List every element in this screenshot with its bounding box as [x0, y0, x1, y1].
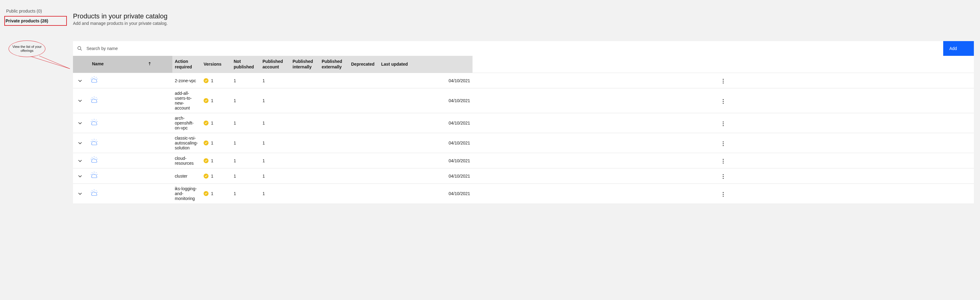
chevron-down-icon — [78, 80, 82, 82]
overflow-menu-icon[interactable] — [721, 97, 725, 105]
overflow-menu[interactable] — [473, 184, 974, 204]
search-wrap — [73, 41, 943, 56]
svg-line-23 — [97, 141, 97, 142]
overflow-menu[interactable] — [473, 133, 974, 153]
cloud-icon — [89, 156, 99, 165]
published-internally-cell — [319, 168, 348, 184]
deprecated-cell — [379, 73, 446, 88]
table-row: cloud-resources 11104/10/2021 — [73, 153, 974, 168]
sidebar-item-0[interactable]: Public products (0) — [6, 6, 67, 16]
search-icon — [77, 46, 82, 51]
overflow-menu[interactable] — [473, 153, 974, 168]
last-updated-cell: 04/10/2021 — [446, 113, 473, 133]
status-badge-icon — [204, 78, 208, 83]
product-name[interactable]: classic-vsi-autoscaling-solution — [172, 133, 201, 153]
deprecated-cell — [379, 88, 446, 113]
svg-line-31 — [96, 172, 97, 173]
deprecated-cell — [379, 133, 446, 153]
svg-line-16 — [96, 120, 97, 121]
published-internally-cell — [319, 88, 348, 113]
svg-line-13 — [97, 99, 97, 99]
col-published-account[interactable]: Published account — [260, 56, 290, 73]
product-name[interactable]: iks-logging-and-monitoring — [172, 184, 201, 204]
cloud-icon — [89, 75, 99, 85]
svg-line-25 — [92, 157, 92, 158]
col-not-published[interactable]: Not published — [231, 56, 260, 73]
published-internally-cell — [319, 153, 348, 168]
overflow-menu-icon[interactable] — [721, 190, 725, 198]
versions-cell: 1 — [231, 184, 260, 204]
published-externally-cell — [348, 184, 379, 204]
published-externally-cell — [348, 153, 379, 168]
cloud-icon — [89, 171, 99, 180]
overflow-menu[interactable] — [473, 88, 974, 113]
expand-toggle[interactable] — [73, 153, 87, 168]
published-account-cell — [290, 153, 319, 168]
svg-line-15 — [92, 120, 92, 121]
not-published-cell: 1 — [260, 168, 290, 184]
svg-line-26 — [96, 157, 97, 158]
col-published-externally[interactable]: Published externally — [319, 56, 348, 73]
col-overflow — [446, 56, 473, 73]
overflow-menu-icon[interactable] — [721, 157, 725, 165]
svg-line-36 — [96, 190, 97, 191]
svg-line-6 — [96, 77, 97, 78]
col-versions[interactable]: Versions — [201, 56, 231, 73]
deprecated-cell — [379, 113, 446, 133]
page-title: Products in your private catalog — [73, 12, 974, 20]
action-required-cell: 1 — [201, 153, 231, 168]
table-row: classic-vsi-autoscaling-solution 11104/1… — [73, 133, 974, 153]
overflow-menu[interactable] — [473, 73, 974, 88]
expand-toggle[interactable] — [73, 133, 87, 153]
table-row: iks-logging-and-monitoring 11104/10/2021 — [73, 184, 974, 204]
callout-annotation: View the list of your offerings — [9, 40, 76, 108]
product-name[interactable]: cluster — [172, 168, 201, 184]
svg-point-2 — [78, 46, 81, 50]
svg-line-7 — [91, 79, 92, 79]
svg-line-21 — [96, 140, 97, 140]
versions-cell: 1 — [231, 88, 260, 113]
status-badge-icon — [204, 140, 208, 145]
svg-line-37 — [91, 192, 92, 192]
expand-toggle[interactable] — [73, 113, 87, 133]
product-name[interactable]: cloud-resources — [172, 153, 201, 168]
published-externally-cell — [348, 168, 379, 184]
published-internally-cell — [319, 73, 348, 88]
col-deprecated[interactable]: Deprecated — [348, 56, 379, 73]
overflow-menu[interactable] — [473, 113, 974, 133]
published-externally-cell — [348, 73, 379, 88]
expand-toggle[interactable] — [73, 88, 87, 113]
chevron-down-icon — [78, 122, 82, 124]
overflow-menu-icon[interactable] — [721, 77, 725, 85]
search-input[interactable] — [86, 46, 939, 51]
published-externally-cell — [348, 88, 379, 113]
status-badge-icon — [204, 191, 208, 196]
expand-toggle[interactable] — [73, 168, 87, 184]
col-name[interactable]: Name — [87, 56, 172, 73]
status-badge-icon — [204, 121, 208, 126]
published-internally-cell — [319, 113, 348, 133]
last-updated-cell: 04/10/2021 — [446, 88, 473, 113]
overflow-menu[interactable] — [473, 168, 974, 184]
svg-line-12 — [91, 99, 92, 99]
versions-cell: 1 — [231, 73, 260, 88]
product-name[interactable]: arch-openshift-on-vpc — [172, 113, 201, 133]
overflow-menu-icon[interactable] — [721, 172, 725, 181]
sidebar-item-1[interactable]: Private products (28) — [4, 16, 67, 26]
col-last-updated[interactable]: Last updated — [379, 56, 446, 73]
action-required-cell: 1 — [201, 88, 231, 113]
overflow-menu-icon[interactable] — [721, 140, 725, 148]
overflow-menu-icon[interactable] — [721, 120, 725, 128]
col-action-required[interactable]: Action required — [172, 56, 201, 73]
product-name[interactable]: add-all-users-to-new-account — [172, 88, 201, 113]
product-icon-cell — [87, 73, 172, 88]
expand-toggle[interactable] — [73, 184, 87, 204]
main-content: Products in your private catalog Add and… — [67, 6, 980, 203]
col-published-internally[interactable]: Published internally — [290, 56, 319, 73]
expand-toggle[interactable] — [73, 73, 87, 88]
add-button[interactable]: Add — [943, 41, 974, 56]
chevron-down-icon — [78, 175, 82, 178]
published-account-cell — [290, 184, 319, 204]
product-name[interactable]: 2-zone-vpc — [172, 73, 201, 88]
cloud-icon — [89, 96, 99, 105]
